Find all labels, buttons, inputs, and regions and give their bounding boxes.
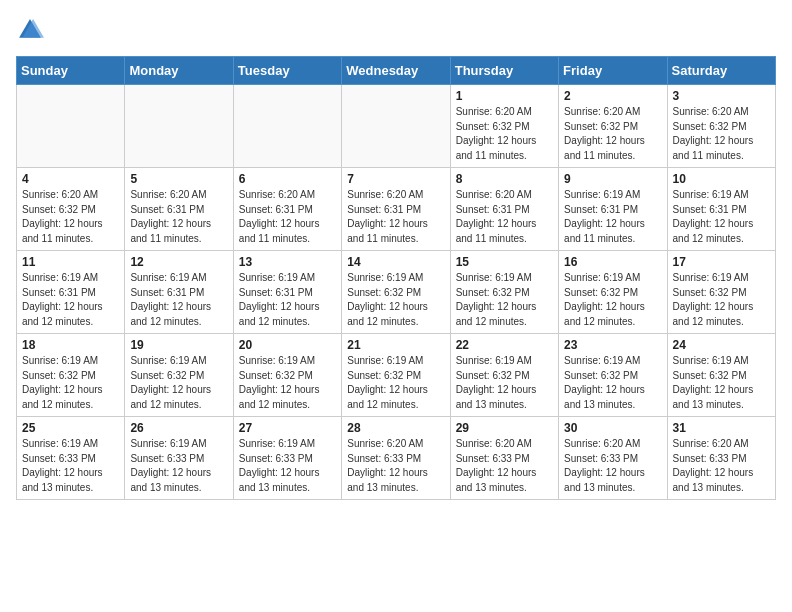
- calendar-week-row: 18Sunrise: 6:19 AM Sunset: 6:32 PM Dayli…: [17, 334, 776, 417]
- calendar-cell: 20Sunrise: 6:19 AM Sunset: 6:32 PM Dayli…: [233, 334, 341, 417]
- day-info: Sunrise: 6:19 AM Sunset: 6:32 PM Dayligh…: [673, 271, 770, 329]
- calendar-cell: [17, 85, 125, 168]
- logo: [16, 16, 48, 44]
- calendar-day-header: Monday: [125, 57, 233, 85]
- day-number: 17: [673, 255, 770, 269]
- day-number: 7: [347, 172, 444, 186]
- day-info: Sunrise: 6:20 AM Sunset: 6:33 PM Dayligh…: [456, 437, 553, 495]
- day-number: 9: [564, 172, 661, 186]
- calendar-cell: 14Sunrise: 6:19 AM Sunset: 6:32 PM Dayli…: [342, 251, 450, 334]
- day-number: 15: [456, 255, 553, 269]
- day-info: Sunrise: 6:19 AM Sunset: 6:32 PM Dayligh…: [347, 354, 444, 412]
- day-info: Sunrise: 6:19 AM Sunset: 6:32 PM Dayligh…: [456, 271, 553, 329]
- calendar-cell: 22Sunrise: 6:19 AM Sunset: 6:32 PM Dayli…: [450, 334, 558, 417]
- day-info: Sunrise: 6:20 AM Sunset: 6:32 PM Dayligh…: [456, 105, 553, 163]
- day-info: Sunrise: 6:20 AM Sunset: 6:31 PM Dayligh…: [456, 188, 553, 246]
- page-header: [16, 16, 776, 44]
- calendar-cell: 10Sunrise: 6:19 AM Sunset: 6:31 PM Dayli…: [667, 168, 775, 251]
- calendar-cell: 12Sunrise: 6:19 AM Sunset: 6:31 PM Dayli…: [125, 251, 233, 334]
- calendar-cell: 11Sunrise: 6:19 AM Sunset: 6:31 PM Dayli…: [17, 251, 125, 334]
- day-info: Sunrise: 6:19 AM Sunset: 6:33 PM Dayligh…: [239, 437, 336, 495]
- logo-icon: [16, 16, 44, 44]
- day-info: Sunrise: 6:19 AM Sunset: 6:32 PM Dayligh…: [564, 271, 661, 329]
- day-number: 14: [347, 255, 444, 269]
- calendar-cell: 24Sunrise: 6:19 AM Sunset: 6:32 PM Dayli…: [667, 334, 775, 417]
- calendar-cell: 23Sunrise: 6:19 AM Sunset: 6:32 PM Dayli…: [559, 334, 667, 417]
- calendar-cell: 21Sunrise: 6:19 AM Sunset: 6:32 PM Dayli…: [342, 334, 450, 417]
- day-number: 20: [239, 338, 336, 352]
- calendar-cell: 29Sunrise: 6:20 AM Sunset: 6:33 PM Dayli…: [450, 417, 558, 500]
- calendar-cell: 28Sunrise: 6:20 AM Sunset: 6:33 PM Dayli…: [342, 417, 450, 500]
- day-info: Sunrise: 6:20 AM Sunset: 6:31 PM Dayligh…: [130, 188, 227, 246]
- calendar-header-row: SundayMondayTuesdayWednesdayThursdayFrid…: [17, 57, 776, 85]
- calendar-cell: [125, 85, 233, 168]
- day-number: 24: [673, 338, 770, 352]
- day-info: Sunrise: 6:19 AM Sunset: 6:31 PM Dayligh…: [564, 188, 661, 246]
- day-number: 31: [673, 421, 770, 435]
- calendar-cell: 25Sunrise: 6:19 AM Sunset: 6:33 PM Dayli…: [17, 417, 125, 500]
- calendar-cell: 26Sunrise: 6:19 AM Sunset: 6:33 PM Dayli…: [125, 417, 233, 500]
- day-number: 26: [130, 421, 227, 435]
- day-number: 13: [239, 255, 336, 269]
- calendar-cell: 19Sunrise: 6:19 AM Sunset: 6:32 PM Dayli…: [125, 334, 233, 417]
- day-number: 1: [456, 89, 553, 103]
- day-info: Sunrise: 6:19 AM Sunset: 6:32 PM Dayligh…: [239, 354, 336, 412]
- calendar-cell: [233, 85, 341, 168]
- day-number: 27: [239, 421, 336, 435]
- calendar-cell: 9Sunrise: 6:19 AM Sunset: 6:31 PM Daylig…: [559, 168, 667, 251]
- day-number: 12: [130, 255, 227, 269]
- day-number: 25: [22, 421, 119, 435]
- day-number: 30: [564, 421, 661, 435]
- day-info: Sunrise: 6:20 AM Sunset: 6:32 PM Dayligh…: [22, 188, 119, 246]
- day-number: 2: [564, 89, 661, 103]
- day-number: 18: [22, 338, 119, 352]
- calendar-cell: 5Sunrise: 6:20 AM Sunset: 6:31 PM Daylig…: [125, 168, 233, 251]
- calendar-cell: 2Sunrise: 6:20 AM Sunset: 6:32 PM Daylig…: [559, 85, 667, 168]
- calendar-body: 1Sunrise: 6:20 AM Sunset: 6:32 PM Daylig…: [17, 85, 776, 500]
- day-number: 22: [456, 338, 553, 352]
- day-info: Sunrise: 6:19 AM Sunset: 6:31 PM Dayligh…: [22, 271, 119, 329]
- day-info: Sunrise: 6:19 AM Sunset: 6:33 PM Dayligh…: [22, 437, 119, 495]
- calendar-cell: 8Sunrise: 6:20 AM Sunset: 6:31 PM Daylig…: [450, 168, 558, 251]
- calendar-cell: 30Sunrise: 6:20 AM Sunset: 6:33 PM Dayli…: [559, 417, 667, 500]
- day-number: 21: [347, 338, 444, 352]
- day-info: Sunrise: 6:20 AM Sunset: 6:32 PM Dayligh…: [673, 105, 770, 163]
- calendar-cell: 3Sunrise: 6:20 AM Sunset: 6:32 PM Daylig…: [667, 85, 775, 168]
- day-info: Sunrise: 6:19 AM Sunset: 6:33 PM Dayligh…: [130, 437, 227, 495]
- day-info: Sunrise: 6:19 AM Sunset: 6:31 PM Dayligh…: [673, 188, 770, 246]
- day-info: Sunrise: 6:19 AM Sunset: 6:32 PM Dayligh…: [564, 354, 661, 412]
- calendar-cell: 17Sunrise: 6:19 AM Sunset: 6:32 PM Dayli…: [667, 251, 775, 334]
- calendar-week-row: 11Sunrise: 6:19 AM Sunset: 6:31 PM Dayli…: [17, 251, 776, 334]
- calendar-day-header: Sunday: [17, 57, 125, 85]
- calendar-cell: 1Sunrise: 6:20 AM Sunset: 6:32 PM Daylig…: [450, 85, 558, 168]
- calendar-week-row: 1Sunrise: 6:20 AM Sunset: 6:32 PM Daylig…: [17, 85, 776, 168]
- day-info: Sunrise: 6:19 AM Sunset: 6:32 PM Dayligh…: [130, 354, 227, 412]
- calendar-day-header: Saturday: [667, 57, 775, 85]
- calendar-cell: 4Sunrise: 6:20 AM Sunset: 6:32 PM Daylig…: [17, 168, 125, 251]
- day-info: Sunrise: 6:20 AM Sunset: 6:33 PM Dayligh…: [564, 437, 661, 495]
- calendar-day-header: Thursday: [450, 57, 558, 85]
- day-number: 5: [130, 172, 227, 186]
- day-number: 23: [564, 338, 661, 352]
- day-number: 11: [22, 255, 119, 269]
- day-info: Sunrise: 6:20 AM Sunset: 6:31 PM Dayligh…: [347, 188, 444, 246]
- day-number: 16: [564, 255, 661, 269]
- day-info: Sunrise: 6:19 AM Sunset: 6:32 PM Dayligh…: [22, 354, 119, 412]
- calendar-week-row: 25Sunrise: 6:19 AM Sunset: 6:33 PM Dayli…: [17, 417, 776, 500]
- calendar-cell: 6Sunrise: 6:20 AM Sunset: 6:31 PM Daylig…: [233, 168, 341, 251]
- day-info: Sunrise: 6:19 AM Sunset: 6:31 PM Dayligh…: [130, 271, 227, 329]
- day-number: 4: [22, 172, 119, 186]
- calendar-table: SundayMondayTuesdayWednesdayThursdayFrid…: [16, 56, 776, 500]
- day-info: Sunrise: 6:20 AM Sunset: 6:31 PM Dayligh…: [239, 188, 336, 246]
- calendar-day-header: Tuesday: [233, 57, 341, 85]
- day-number: 6: [239, 172, 336, 186]
- day-number: 8: [456, 172, 553, 186]
- day-info: Sunrise: 6:20 AM Sunset: 6:33 PM Dayligh…: [347, 437, 444, 495]
- day-info: Sunrise: 6:19 AM Sunset: 6:31 PM Dayligh…: [239, 271, 336, 329]
- calendar-cell: 7Sunrise: 6:20 AM Sunset: 6:31 PM Daylig…: [342, 168, 450, 251]
- calendar-day-header: Friday: [559, 57, 667, 85]
- day-info: Sunrise: 6:20 AM Sunset: 6:33 PM Dayligh…: [673, 437, 770, 495]
- day-info: Sunrise: 6:20 AM Sunset: 6:32 PM Dayligh…: [564, 105, 661, 163]
- day-number: 3: [673, 89, 770, 103]
- calendar-cell: 27Sunrise: 6:19 AM Sunset: 6:33 PM Dayli…: [233, 417, 341, 500]
